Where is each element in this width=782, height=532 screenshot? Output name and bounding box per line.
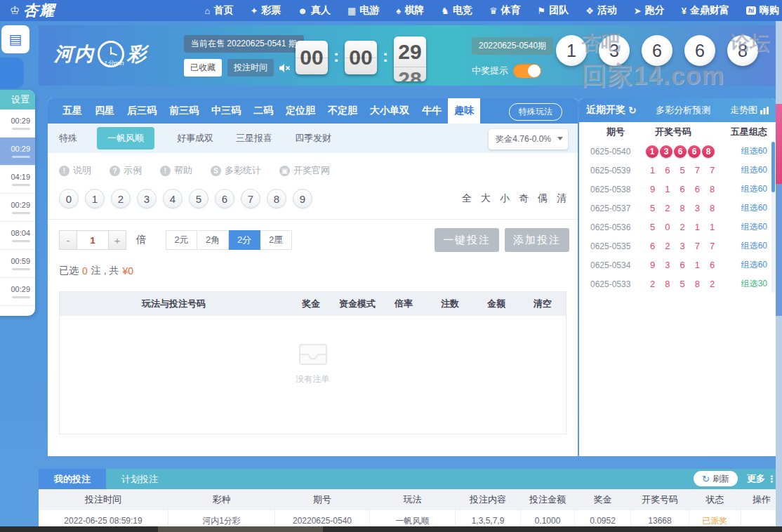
subtab-yifanfengshun[interactable]: 一帆风顺: [97, 127, 154, 149]
number-ball-5[interactable]: 5: [189, 189, 208, 208]
multiplier-minus-button[interactable]: -: [59, 230, 77, 250]
subtab-sanxingbaoxi[interactable]: 三星报喜: [236, 132, 272, 145]
filter-clear[interactable]: 清: [557, 192, 566, 205]
unit-fen-button[interactable]: 2分: [229, 230, 260, 250]
number-ball-4[interactable]: 4: [163, 189, 183, 208]
number-ball-6[interactable]: 6: [215, 189, 234, 208]
lottery-list-item[interactable]: 00:29: [0, 109, 35, 138]
clear-all-button[interactable]: 清空: [519, 298, 566, 310]
tab-housanma[interactable]: 后三码: [121, 98, 163, 124]
draw-ball: 6: [684, 35, 715, 66]
number-ball-3[interactable]: 3: [137, 189, 157, 208]
subtab-sijifacai[interactable]: 四季发财: [295, 132, 331, 145]
draw-type-link[interactable]: 组选60: [724, 221, 767, 233]
favorite-button[interactable]: 已收藏: [184, 59, 222, 77]
page-scrollbar-thumb[interactable]: [776, 104, 782, 184]
tab-recent-draws[interactable]: 近期开奖 ↻: [586, 104, 637, 117]
one-key-bet-button[interactable]: 一键投注: [435, 228, 499, 252]
number-ball-2[interactable]: 2: [111, 189, 131, 208]
link-bangzhu[interactable]: !帮助: [160, 164, 192, 177]
countdown-seconds: 29 28: [394, 36, 426, 81]
tab-my-bets[interactable]: 我的投注: [39, 469, 106, 489]
bonus-dropdown[interactable]: 奖金4.76-0.0%: [489, 129, 568, 149]
lottery-list-item-selected[interactable]: 00:29: [0, 138, 35, 166]
tab-dingweidan[interactable]: 定位胆: [279, 98, 322, 124]
lottery-list-item[interactable]: 00:29: [0, 278, 35, 306]
settings-header[interactable]: 设置: [0, 90, 35, 109]
number-ball-1[interactable]: 1: [85, 189, 105, 208]
tab-plan-bets[interactable]: 计划投注: [106, 469, 173, 489]
lottery-list-item[interactable]: 00:59: [0, 250, 35, 278]
number-ball-9[interactable]: 9: [293, 189, 312, 208]
nav-item-lottery[interactable]: ✦彩票: [250, 4, 281, 17]
draw-type-link[interactable]: 组选60: [724, 202, 767, 214]
tab-quwei-active[interactable]: 趣味: [448, 98, 480, 124]
tab-daxiaodanshuang[interactable]: 大小单双: [364, 98, 416, 124]
nav-item-activity[interactable]: ❖活动: [585, 4, 617, 17]
unit-jiao-button[interactable]: 2角: [197, 230, 229, 250]
multiplier-plus-button[interactable]: +: [108, 230, 126, 250]
multiplier-value[interactable]: 1: [77, 230, 108, 250]
filter-small[interactable]: 小: [500, 192, 510, 205]
tab-trend-chart[interactable]: 走势图: [730, 104, 769, 117]
special-play-button[interactable]: 特殊玩法: [509, 103, 562, 121]
lottery-list-item[interactable]: 00:29: [0, 194, 35, 222]
left-app-icon[interactable]: ▤: [1, 25, 29, 53]
subtab-haoshichengshuang[interactable]: 好事成双: [177, 132, 213, 145]
refresh-button[interactable]: ↻ 刷新: [694, 471, 738, 486]
filter-odd[interactable]: 奇: [519, 192, 529, 205]
nav-item-paofen[interactable]: ➤跑分: [634, 4, 665, 17]
mute-icon[interactable]: [279, 63, 291, 73]
link-shili[interactable]: ?示例: [110, 164, 142, 177]
draw-type-link[interactable]: 组选60: [724, 145, 767, 157]
chart-icon: [760, 107, 769, 114]
brand-logo[interactable]: ♔ 杏耀: [10, 1, 55, 20]
filter-even[interactable]: 偶: [538, 192, 548, 205]
win-tip-toggle[interactable]: [513, 64, 541, 78]
tab-wuxing[interactable]: 五星: [56, 98, 88, 124]
stats-icon: S: [211, 166, 221, 176]
tab-sixing[interactable]: 四星: [88, 98, 121, 124]
nav-item-home[interactable]: ⌂首页: [205, 4, 234, 17]
panel-scrollbar-thumb[interactable]: [771, 142, 775, 192]
nav-item-wealth[interactable]: ¥金鼎财富: [682, 4, 729, 17]
nav-item-team[interactable]: ⚑团队: [538, 4, 569, 17]
draw-type-link[interactable]: 组选60: [724, 183, 767, 195]
nav-item-cards[interactable]: ♠棋牌: [396, 4, 424, 17]
tab-budingdan[interactable]: 不定胆: [322, 98, 364, 124]
draw-type-link[interactable]: 组选30: [724, 278, 767, 290]
nav-item-esports[interactable]: ♞电竞: [441, 4, 472, 17]
tab-qiansanma[interactable]: 前三码: [163, 98, 205, 124]
nav-item-hi[interactable]: hi嗨购: [746, 4, 779, 17]
draw-type-link[interactable]: 组选60: [724, 259, 767, 271]
add-bet-button[interactable]: 添加投注: [505, 228, 569, 252]
link-kaijiangguanwang[interactable]: ▣开奖官网: [279, 164, 330, 177]
number-ball-7[interactable]: 7: [241, 189, 260, 208]
unit-yuan-button[interactable]: 2元: [166, 230, 197, 250]
nav-item-sports[interactable]: ♛体育: [489, 4, 521, 17]
more-button[interactable]: 更多 ⋮: [747, 472, 776, 485]
lottery-list-item[interactable]: [0, 306, 35, 316]
link-shuoming[interactable]: !说明: [59, 164, 91, 177]
left-app-icon-blue[interactable]: [0, 58, 24, 88]
tab-niuniu[interactable]: 牛牛: [416, 98, 448, 124]
recent-draws-panel: 近期开奖 ↻ 多彩分析预测 走势图 期号 开奖号码 五星组态 0625-0540…: [579, 98, 776, 456]
draw-type-link[interactable]: 组选60: [724, 164, 767, 176]
lottery-icon: ✦: [250, 6, 258, 15]
nav-item-egames[interactable]: ▦电游: [347, 4, 379, 17]
filter-all[interactable]: 全: [462, 192, 472, 205]
lottery-header: 河内 1分min 彩 当前在售 20220625-0541 期 已收藏 投注时间…: [39, 25, 782, 86]
filter-big[interactable]: 大: [481, 192, 491, 205]
number-ball-8[interactable]: 8: [267, 189, 286, 208]
nav-item-live[interactable]: ☻真人: [298, 4, 331, 17]
number-ball-0[interactable]: 0: [59, 189, 79, 208]
tab-erma[interactable]: 二码: [247, 98, 279, 124]
unit-li-button[interactable]: 2厘: [260, 230, 292, 250]
draw-type-link[interactable]: 组选60: [724, 240, 767, 252]
link-duocaitongji[interactable]: S多彩统计: [211, 164, 261, 177]
tab-analysis[interactable]: 多彩分析预测: [656, 104, 710, 117]
tab-zhongsanma[interactable]: 中三码: [205, 98, 247, 124]
lottery-list-item[interactable]: 04:19: [0, 166, 35, 194]
lottery-list-item[interactable]: 08:04: [0, 222, 35, 250]
draws-table-header: 期号 开奖号码 五星组态: [579, 122, 776, 142]
